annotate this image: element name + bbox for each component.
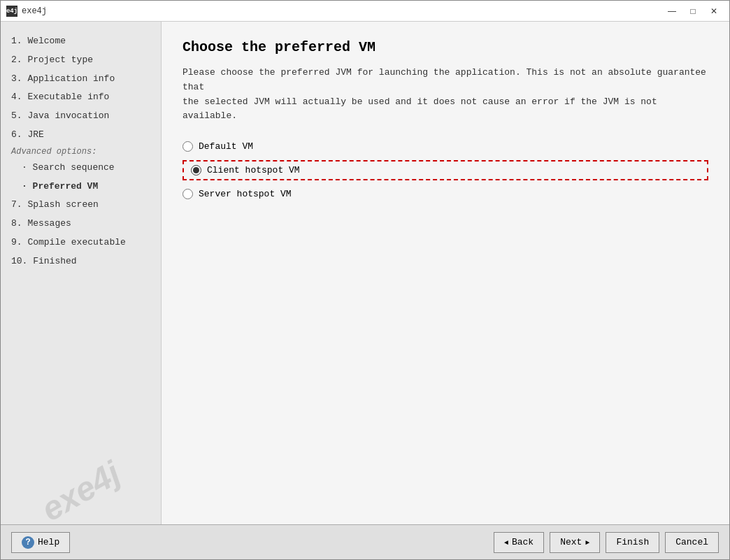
advanced-options-label: Advanced options: [8,145,154,159]
app-icon: e4j [6,6,17,17]
back-button[interactable]: Back [494,532,544,553]
cancel-button[interactable]: Cancel [665,532,719,553]
sidebar-item-welcome[interactable]: 1. Welcome [8,32,154,51]
main-panel: Choose the preferred VM Please choose th… [162,22,729,524]
sidebar: 1. Welcome 2. Project type 3. Applicatio… [1,22,162,524]
sidebar-item-project-type[interactable]: 2. Project type [8,51,154,70]
server-hotspot-vm-option[interactable]: Server hotspot VM [182,189,708,199]
client-hotspot-vm-radio[interactable] [191,165,201,175]
titlebar: e4j exe4j — □ ✕ [1,1,729,22]
sidebar-item-splash-screen[interactable]: 7. Splash screen [8,196,154,215]
window-title: exe4j [22,6,662,16]
watermark: exe4j [2,434,160,524]
client-hotspot-vm-highlighted: Client hotspot VM [182,160,708,180]
client-hotspot-vm-option[interactable]: Client hotspot VM [191,165,300,175]
page-title: Choose the preferred VM [182,39,708,55]
sidebar-item-compile-executable[interactable]: 9. Compile executable [8,234,154,252]
next-button[interactable]: Next [550,532,600,553]
minimize-button[interactable]: — [662,4,682,18]
help-icon: ? [22,536,34,549]
default-vm-option[interactable]: Default VM [182,141,708,152]
sidebar-item-application-info[interactable]: 3. Application info [8,70,154,89]
sidebar-item-messages[interactable]: 8. Messages [8,215,154,234]
sidebar-item-executable-info[interactable]: 4. Executable info [8,88,154,107]
sidebar-item-search-sequence[interactable]: · Search sequence [8,159,154,178]
window-controls: — □ ✕ [662,4,724,18]
help-button[interactable]: ? Help [11,532,70,553]
sidebar-item-java-invocation[interactable]: 5. Java invocation [8,107,154,126]
sidebar-item-preferred-vm[interactable]: · Preferred VM [8,178,154,196]
default-vm-radio[interactable] [182,141,193,152]
server-hotspot-vm-radio[interactable] [182,189,193,199]
close-button[interactable]: ✕ [704,4,724,18]
finish-button[interactable]: Finish [606,532,659,553]
back-arrow-icon [504,537,508,547]
maximize-button[interactable]: □ [683,4,703,18]
sidebar-item-finished[interactable]: 10. Finished [8,252,154,271]
footer-bar: ? Help Back Next Finish Cancel [1,524,729,559]
next-arrow-icon [585,537,589,547]
content-area: 1. Welcome 2. Project type 3. Applicatio… [1,22,729,524]
main-window: e4j exe4j — □ ✕ 1. Welcome 2. Project ty… [0,0,730,560]
sidebar-item-jre[interactable]: 6. JRE [8,126,154,145]
description: Please choose the preferred JVM for laun… [182,66,708,124]
vm-options: Default VM Client hotspot VM Server hots… [182,141,708,199]
